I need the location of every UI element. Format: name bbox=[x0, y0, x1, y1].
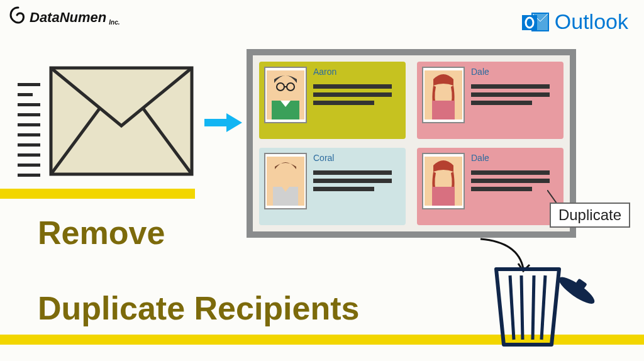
avatar bbox=[264, 153, 307, 209]
trash-icon bbox=[490, 263, 609, 348]
contact-name: Coral bbox=[313, 153, 401, 163]
svg-line-24 bbox=[510, 275, 514, 340]
svg-rect-23 bbox=[432, 187, 455, 206]
outlook-icon bbox=[522, 10, 550, 34]
headline-line-2: Duplicate Recipients bbox=[38, 289, 359, 327]
contact-card-dale-2: Dale bbox=[417, 148, 564, 225]
contact-lines-icon bbox=[471, 84, 558, 105]
datanumen-suffix: Inc. bbox=[109, 19, 119, 26]
contact-lines-icon bbox=[471, 170, 558, 191]
svg-line-26 bbox=[533, 275, 534, 340]
avatar bbox=[264, 67, 307, 123]
arrow-right-icon bbox=[204, 113, 242, 132]
avatar bbox=[422, 153, 465, 209]
headline-line-1: Remove bbox=[38, 214, 165, 252]
motion-lines-icon bbox=[18, 83, 40, 184]
svg-rect-15 bbox=[432, 101, 455, 119]
envelope-icon bbox=[49, 66, 194, 176]
contact-card-dale-1: Dale bbox=[417, 62, 564, 139]
highlight-bar bbox=[0, 189, 195, 199]
contact-name: Dale bbox=[471, 67, 558, 77]
outlook-logo: Outlook bbox=[522, 9, 628, 34]
datanumen-name: DataNumen bbox=[30, 9, 106, 26]
datanumen-swirl-icon bbox=[9, 6, 27, 28]
avatar bbox=[422, 67, 465, 123]
svg-point-28 bbox=[555, 273, 597, 308]
svg-line-27 bbox=[541, 275, 545, 340]
contact-card-coral: Coral bbox=[259, 148, 406, 225]
contact-name: Dale bbox=[471, 153, 558, 163]
datanumen-logo: DataNumen Inc. bbox=[9, 6, 119, 28]
contact-lines-icon bbox=[313, 170, 401, 191]
contacts-panel: Aaron Dale bbox=[247, 49, 576, 238]
contact-lines-icon bbox=[313, 84, 401, 105]
contact-name: Aaron bbox=[313, 67, 401, 77]
contact-card-aaron: Aaron bbox=[259, 62, 406, 139]
duplicate-label: Duplicate bbox=[550, 203, 630, 228]
svg-line-25 bbox=[521, 275, 523, 340]
outlook-product-name: Outlook bbox=[555, 9, 628, 34]
